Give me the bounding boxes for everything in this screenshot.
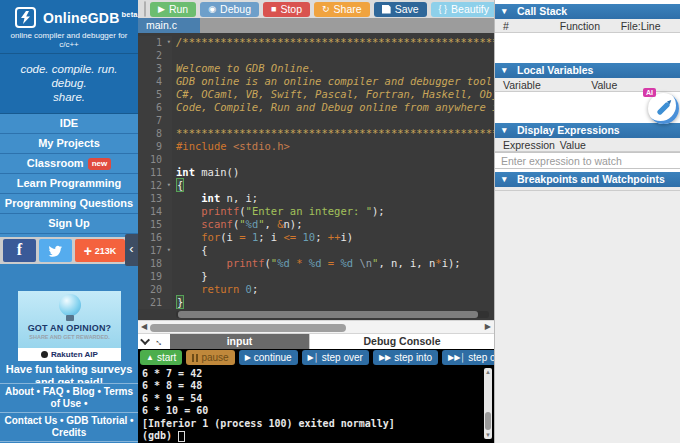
editor-hscroll-thumb[interactable] [178,311,478,318]
code-token: /***************************************… [176,36,494,48]
tagline: code. compile. run. debug. share. [0,54,138,114]
sidebar-item-classroom[interactable]: Classroomnew [0,154,138,174]
code-token: , [265,218,278,230]
share-count-button[interactable]: + 213K [75,239,125,262]
menu-item-label: My Projects [38,137,100,149]
code-token [176,192,201,204]
code-editor[interactable]: 1▾/*************************************… [138,33,494,320]
footer-link-blog[interactable]: Blog [73,386,95,397]
start-button[interactable]: ▲start [140,350,182,365]
continue-button[interactable]: ▶continue [239,350,298,365]
code-text: C#, OCaml, VB, Swift, Pascal, Fortran, H… [172,88,494,101]
code-token: ****************************************… [176,127,494,139]
ad-banner[interactable]: GOT AN OPINION? SHARE AND GET REWARDED. … [18,291,121,361]
tab-debug-console[interactable]: Debug Console [309,334,494,349]
twitter-button[interactable] [39,239,72,262]
fold-caret[interactable]: ▾ [167,36,171,49]
facebook-button[interactable]: f [3,239,36,262]
line-number: 19 [138,270,172,283]
code-token: Code, Compile, Run and Debug online from… [176,101,494,113]
code-token: , n, i, n [378,257,435,269]
step-into-button[interactable]: ▶▶step into [373,350,438,365]
footer-link-gdb-tutorial[interactable]: GDB Tutorial [66,415,127,426]
local-variables-header[interactable]: ▾Local Variables [495,63,680,78]
watch-expression-input[interactable] [495,152,680,169]
plus-icon: + [84,246,92,256]
pause-button[interactable]: pause [186,350,234,365]
terminal-cursor [178,431,185,442]
step-out-button[interactable]: ▶▶│step out [442,350,494,365]
page-icon [145,4,146,14]
save-button[interactable]: Save [374,2,427,17]
code-line: 4GDB online is an online compiler and de… [138,75,494,88]
share-icon: ↻ [322,5,330,14]
file-actions-group: ↷ [144,1,146,17]
pane-hscroll-thumb[interactable] [150,324,346,332]
code-token: n, i; [220,192,258,204]
scroll-up-arrow[interactable]: ▲ [484,369,492,375]
menu-item-label: Programming Questions [5,197,133,209]
scroll-down-arrow[interactable]: ▼ [484,432,492,438]
code-line: 2 [138,49,494,62]
sidebar-item-sign-up[interactable]: Sign Up [0,214,138,234]
tab-main-c[interactable]: main.c [138,18,200,33]
line-number: 7 [138,114,172,127]
menu-item-label: Classroom [27,157,84,169]
code-line: 16 for(i = 1; i <= 10; ++i) [138,231,494,244]
code-token: #include [176,140,227,152]
step-out-icon: ▶▶│ [448,354,465,362]
bullet-separator: • [57,415,66,426]
code-line: 14 printf("Enter an integer: "); [138,205,494,218]
code-text: scanf("%d", &n); [172,218,303,231]
sidebar-item-learn-programming[interactable]: Learn Programming [0,174,138,194]
breakpoints-header[interactable]: ▾Breakpoints and Watchpoints [495,172,680,187]
console-lines: 6 * 7 = 426 * 8 = 486 * 9 = 546 * 10 = 6… [142,368,494,430]
run-button[interactable]: ▶Run [150,2,196,17]
debug-button[interactable]: ◉Debug [200,2,259,17]
collapse-panel-icon[interactable] [140,335,150,345]
sidebar-item-my-projects[interactable]: My Projects [0,134,138,154]
code-lines: 1▾/*************************************… [138,36,494,309]
scroll-left-arrow[interactable]: ◀ [141,322,147,331]
console-vscroll-thumb[interactable] [485,412,491,430]
code-token: Welcome to GDB Online. [176,62,315,74]
code-token: ; [315,231,328,243]
scroll-right-arrow[interactable]: ▶ [485,322,491,331]
eject-icon: ▲ [146,354,154,362]
sidebar-item-ide[interactable]: IDE [0,114,138,134]
display-expressions-header[interactable]: ▾Display Expressions [495,123,680,138]
debug-side-panel: ▾Call Stack # Function File:Line ▾Local … [494,0,680,443]
footer-link-faq[interactable]: FAQ [43,386,64,397]
code-line: 15 scanf("%d", &n); [138,218,494,231]
footer-link-contact-us[interactable]: Contact Us [4,415,57,426]
code-line: 1▾/*************************************… [138,36,494,49]
ai-assistant-button[interactable]: AI [643,88,679,124]
expand-panel-icon[interactable]: ↔ [152,334,167,349]
logo[interactable]: OnlineGDBbeta [0,7,138,28]
code-line: 18 printf("%d * %d = %d \n", n, i, n*i); [138,257,494,270]
debug-console-output[interactable]: 6 * 7 = 426 * 8 = 486 * 9 = 546 * 10 = 6… [138,366,494,443]
sidebar-collapse-handle[interactable]: ‹ [125,234,138,266]
new-file-button[interactable] [145,2,146,16]
tab-input[interactable]: input [170,334,309,349]
editor-tabbar: main.c [138,18,494,33]
stop-button[interactable]: ■Stop [263,2,310,17]
line-number: 1▾ [138,36,172,49]
sidebar-item-programming-questions[interactable]: Programming Questions [0,194,138,214]
line-number: 14 [138,205,172,218]
chevron-down-icon: ▾ [502,4,507,19]
call-stack-header[interactable]: ▾Call Stack [495,4,680,19]
fold-caret[interactable]: ▾ [167,244,171,257]
code-token [176,231,201,243]
fold-caret[interactable]: ▾ [167,179,171,192]
menu-item-label: IDE [60,117,78,129]
ad-brand: Rakuten AIP [18,348,121,361]
step-over-button[interactable]: ▶│step over [302,350,369,365]
footer-link-credits[interactable]: Credits [52,427,86,438]
share-button[interactable]: ↻Share [314,2,370,17]
pencil-icon [656,101,670,115]
bullet-separator: • [34,386,43,397]
gdb-prompt: (gdb) [142,430,172,442]
footer-link-about[interactable]: About [5,386,34,397]
beautify-button[interactable]: { }Beautify [431,2,494,17]
